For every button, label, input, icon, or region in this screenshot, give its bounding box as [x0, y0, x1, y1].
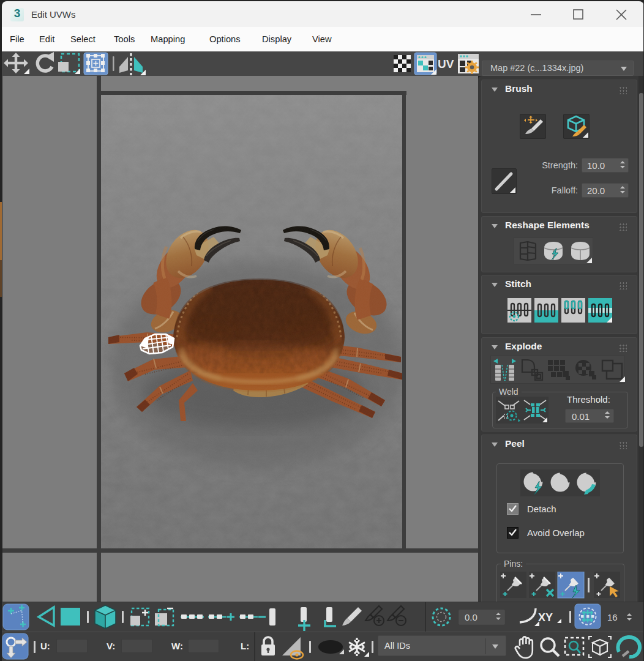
svg-text:XY: XY	[538, 611, 553, 624]
svg-text:UV: UV	[438, 58, 454, 70]
